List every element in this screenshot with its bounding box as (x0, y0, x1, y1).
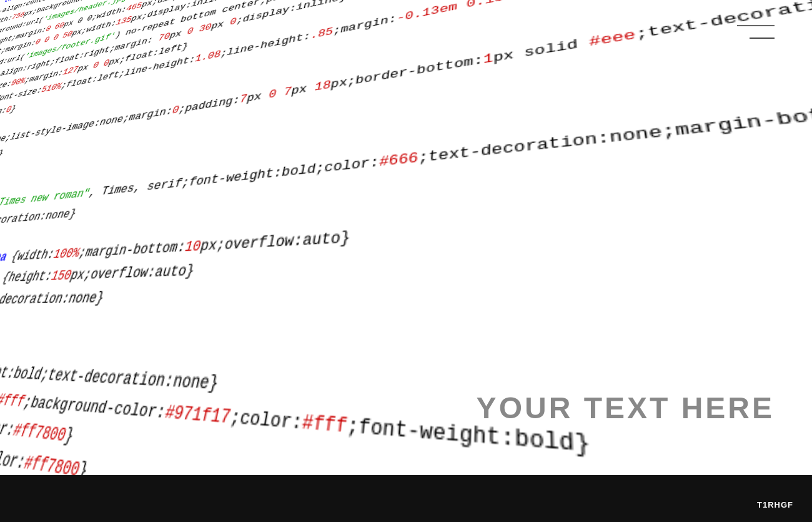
separator-line (750, 38, 775, 39)
code-container: * {margin:0;padding:0} a img {border:non… (0, 0, 812, 522)
bottom-bar: T1RHGF (0, 475, 812, 522)
watermark-area: YOUR TEXT HERE (477, 391, 775, 425)
stock-id: T1RHGF (757, 500, 793, 509)
top-right-line (737, 25, 775, 26)
watermark-text: YOUR TEXT HERE (477, 391, 775, 425)
main-content: * {margin:0;padding:0} a img {border:non… (0, 0, 812, 475)
